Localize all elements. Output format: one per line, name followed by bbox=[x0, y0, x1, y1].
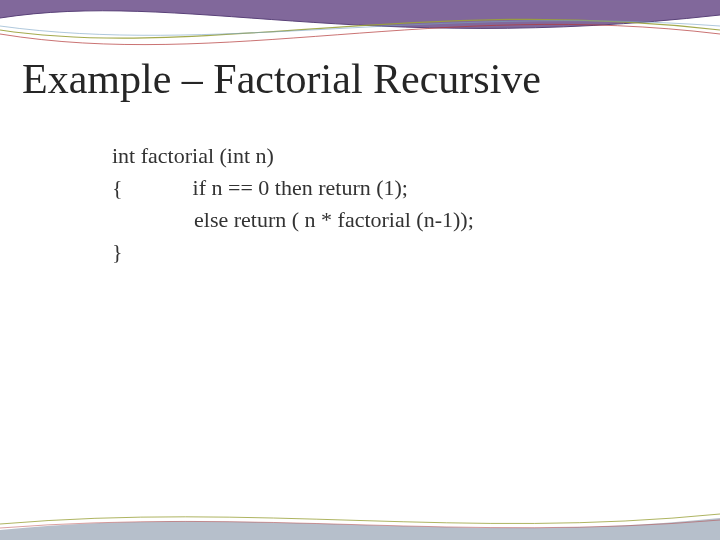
code-line-4: } bbox=[112, 236, 652, 268]
brace-open: { bbox=[112, 175, 123, 200]
code-text-else: else return ( n * factorial (n-1)); bbox=[194, 207, 474, 232]
code-line-2: {if n == 0 then return (1); bbox=[112, 172, 652, 204]
code-line-3: else return ( n * factorial (n-1)); bbox=[112, 204, 652, 236]
code-block: int factorial (int n) {if n == 0 then re… bbox=[112, 140, 652, 268]
code-text-if: if n == 0 then return (1); bbox=[193, 175, 408, 200]
footer-swoosh bbox=[0, 500, 720, 540]
slide-title: Example – Factorial Recursive bbox=[22, 56, 541, 102]
code-line-1: int factorial (int n) bbox=[112, 140, 652, 172]
